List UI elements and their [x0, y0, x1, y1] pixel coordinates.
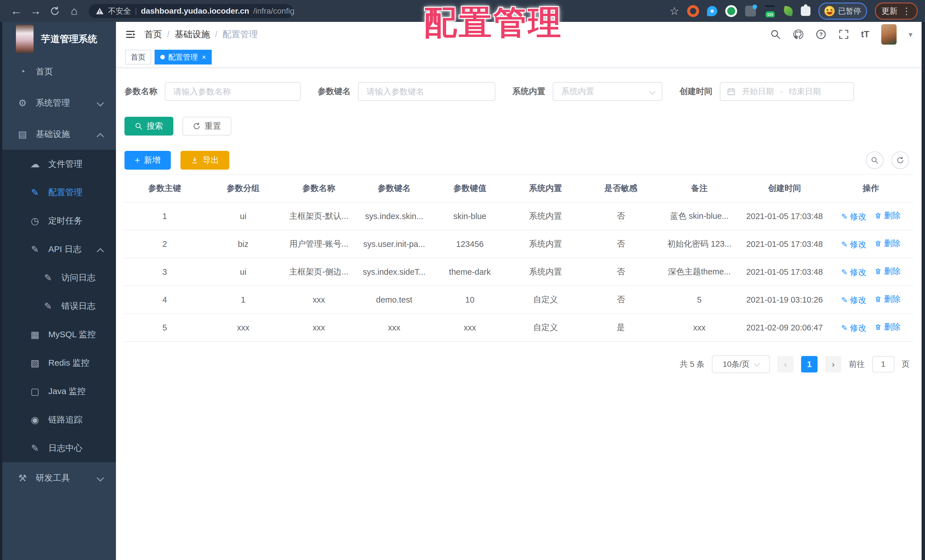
sidebar-item-log-center[interactable]: ✎日志中心	[2, 434, 116, 462]
cell-type: 系统内置	[508, 238, 583, 250]
reset-button[interactable]: 重置	[182, 117, 231, 135]
extensions-puzzle-icon[interactable]	[801, 6, 811, 16]
help-icon[interactable]	[816, 29, 826, 40]
mysql-monitor-icon: ▦	[29, 329, 42, 340]
cell-created: 2021-01-05 17:03:48	[740, 267, 829, 277]
breadcrumb-item[interactable]: 首页	[145, 29, 162, 40]
extension-orange-ring-icon[interactable]	[687, 5, 699, 17]
param-name-input[interactable]	[165, 82, 301, 101]
current-page-button[interactable]: 1	[801, 356, 818, 372]
trace-icon: ◉	[29, 414, 42, 425]
delete-link[interactable]: 删除	[874, 294, 901, 305]
address-bar[interactable]: 不安全 | dashboard.yudao.iocoder.cn/infra/c…	[89, 4, 293, 18]
sidebar-item-file[interactable]: ☁文件管理	[2, 150, 116, 178]
cell-actions: ✎修改删除	[829, 321, 913, 334]
edit-link[interactable]: ✎修改	[841, 322, 866, 334]
edit-link[interactable]: ✎修改	[841, 211, 866, 223]
cell-group: xxx	[205, 323, 281, 333]
user-avatar[interactable]	[881, 24, 896, 45]
sidebar-item-home[interactable]: ◔首页	[2, 56, 116, 87]
sidebar-logo[interactable]: 芋道管理系统	[2, 22, 116, 56]
bookmark-star-icon[interactable]: ☆	[669, 5, 679, 17]
sidebar-item-config[interactable]: ✎配置管理	[2, 178, 116, 206]
sidebar-item-label: API 日志	[48, 244, 81, 255]
tag-配置管理[interactable]: 配置管理×	[155, 50, 212, 65]
tag-首页[interactable]: 首页	[125, 50, 151, 65]
browser-refresh-icon[interactable]	[50, 6, 60, 16]
update-label: 更新	[881, 6, 898, 17]
toggle-search-button[interactable]	[866, 151, 883, 169]
filter-key-label: 参数键名	[318, 86, 351, 97]
export-button[interactable]: 导出	[181, 151, 229, 170]
chevron-down-icon	[96, 99, 104, 106]
edit-link[interactable]: ✎修改	[841, 239, 866, 250]
sidebar-item-job[interactable]: ◷定时任务	[2, 206, 116, 235]
page-size-select[interactable]: 10条/页	[712, 355, 770, 373]
calendar-icon	[727, 87, 736, 96]
param-key-input[interactable]	[358, 82, 495, 101]
add-button[interactable]: + 新增	[125, 151, 171, 170]
chevron-up-icon	[96, 248, 104, 255]
user-menu-caret-icon[interactable]: ▾	[908, 30, 913, 39]
prev-page-button[interactable]: ‹	[777, 356, 794, 372]
extension-pin-icon[interactable]	[707, 6, 717, 16]
search-icon[interactable]	[770, 29, 781, 40]
sidebar-item-java[interactable]: ▢Java 监控	[2, 377, 116, 405]
column-header: 参数分组	[205, 183, 281, 194]
browser-menu-kebab-icon[interactable]: ⋮	[902, 6, 911, 16]
goto-page-input[interactable]	[872, 356, 894, 372]
log-icon: ✎	[42, 272, 54, 283]
sidebar-item-trace[interactable]: ◉链路追踪	[2, 405, 116, 434]
extension-leaf-icon[interactable]	[783, 6, 794, 16]
hamburger-icon[interactable]	[125, 29, 136, 40]
edit-icon: ✎	[841, 324, 848, 332]
sidebar-item-api-log[interactable]: ✎API 日志	[2, 235, 116, 263]
sidebar-item-infra[interactable]: ▤基础设施	[2, 119, 116, 150]
redis-monitor-icon: ▧	[29, 357, 42, 369]
sidebar: 芋道管理系统 ◔首页⚙系统管理▤基础设施☁文件管理✎配置管理◷定时任务✎API …	[2, 22, 116, 560]
font-size-icon[interactable]: tT	[861, 29, 869, 39]
cell-sensitive: 是	[583, 322, 658, 333]
cell-created: 2021-01-19 03:10:26	[740, 295, 829, 304]
select-placeholder: 系统内置	[561, 86, 594, 97]
sidebar-item-redis[interactable]: ▧Redis 监控	[2, 349, 116, 377]
app-root: 芋道管理系统 ◔首页⚙系统管理▤基础设施☁文件管理✎配置管理◷定时任务✎API …	[2, 22, 922, 560]
delete-link[interactable]: 删除	[874, 238, 901, 249]
delete-link[interactable]: 删除	[874, 266, 901, 277]
cell-name: xxx	[281, 323, 356, 333]
paused-badge[interactable]: 已暂停	[818, 3, 867, 20]
sidebar-item-access-log[interactable]: ✎访问日志	[2, 263, 116, 292]
extension-grid-icon[interactable]	[745, 6, 756, 17]
cell-key: sys.index.sideT...	[356, 267, 432, 277]
cell-actions: ✎修改删除	[829, 294, 913, 306]
browser-back-icon[interactable]: ←	[8, 0, 25, 22]
sidebar-item-error-log[interactable]: ✎错误日志	[2, 292, 116, 320]
browser-home-icon[interactable]: ⌂	[65, 0, 83, 22]
sidebar-item-dev-tools[interactable]: ⚒研发工具	[2, 462, 116, 494]
column-header: 操作	[829, 183, 913, 194]
fullscreen-icon[interactable]	[838, 29, 849, 40]
breadcrumb-item[interactable]: 基础设施	[175, 29, 210, 40]
system-builtin-select[interactable]: 系统内置	[553, 82, 663, 101]
extension-green-circle-icon[interactable]	[725, 5, 737, 17]
delete-link[interactable]: 删除	[874, 321, 901, 333]
next-page-button[interactable]: ›	[825, 356, 841, 372]
refresh-table-button[interactable]	[892, 151, 909, 169]
column-header: 备注	[658, 183, 741, 194]
edit-link[interactable]: ✎修改	[841, 295, 866, 306]
cell-id: 1	[125, 212, 205, 221]
sidebar-item-mysql[interactable]: ▦MySQL 监控	[2, 320, 116, 349]
sidebar-item-system[interactable]: ⚙系统管理	[2, 87, 116, 119]
chrome-update-button[interactable]: 更新 ⋮	[875, 3, 917, 20]
search-button[interactable]: 搜索	[125, 117, 173, 135]
delete-link[interactable]: 删除	[874, 210, 901, 221]
extension-cn-icon[interactable]: cn	[764, 5, 776, 17]
java-monitor-icon: ▢	[29, 386, 42, 397]
close-icon[interactable]: ×	[202, 53, 206, 62]
github-icon[interactable]	[793, 29, 804, 40]
filter-name-label: 参数名称	[125, 86, 157, 97]
edit-link-label: 修改	[850, 267, 866, 278]
date-range-picker[interactable]: 开始日期 - 结束日期	[720, 82, 854, 101]
edit-link[interactable]: ✎修改	[841, 267, 866, 278]
browser-forward-icon[interactable]: →	[27, 0, 44, 22]
